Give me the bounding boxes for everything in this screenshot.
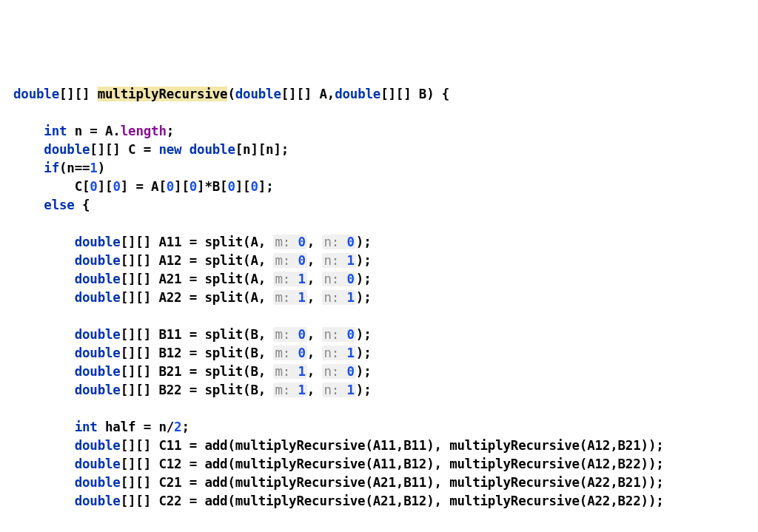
b11-decl: B11 = split(B, (151, 327, 273, 342)
keyword-double: double (75, 364, 121, 379)
param-hint-m: m: (275, 364, 290, 379)
number-0: 0 (113, 179, 120, 194)
keyword-double: double (75, 457, 121, 471)
number-0: 0 (298, 253, 305, 268)
close: ); (356, 253, 372, 268)
param-hint-n: n: (323, 290, 339, 305)
c00-b2: ][ (174, 179, 190, 194)
c12-decl: C12 = add(multiplyRecursive(A11,B12), mu… (151, 457, 664, 471)
keyword-double: double (75, 346, 121, 360)
c00-b3: ][ (235, 179, 251, 194)
param-hint-m: m: (275, 272, 290, 286)
a11-decl: A11 = split(A, (151, 235, 273, 249)
param-hint-n: n: (323, 364, 339, 379)
param-a: [][] A, (281, 87, 335, 101)
number-0: 0 (298, 346, 305, 360)
brackets: [][] (121, 383, 151, 397)
c22-decl: C22 = add(multiplyRecursive(A21,B12), mu… (151, 494, 664, 508)
param-hint-m: m: (275, 327, 290, 342)
half-decl-a: half = n/ (98, 420, 174, 434)
brackets: [][] (121, 235, 151, 249)
number-0: 0 (167, 179, 174, 194)
semi: ; (167, 124, 174, 138)
a22-decl: A22 = split(A, (151, 290, 273, 305)
param-hint-m: m: (275, 383, 290, 397)
close: ); (356, 364, 372, 379)
c00-a: C[ (75, 179, 90, 194)
param-hint-n: n: (323, 272, 339, 286)
half-decl-b: ; (181, 420, 189, 434)
keyword-double: double (13, 87, 59, 101)
brackets: [][] (121, 272, 151, 286)
number-1: 1 (90, 161, 97, 175)
brackets: [][] (121, 475, 151, 490)
number-0: 0 (346, 327, 354, 342)
brackets: [][] (121, 327, 151, 342)
keyword-double: double (75, 438, 121, 453)
keyword-double: double (44, 142, 90, 157)
brackets: [][] (121, 290, 151, 305)
keyword-double: double (75, 235, 121, 249)
keyword-double: double (235, 87, 281, 101)
number-0: 0 (298, 327, 305, 342)
close: ); (356, 290, 372, 305)
number-0: 0 (227, 179, 235, 194)
keyword-double: double (75, 475, 121, 490)
number-0: 0 (346, 235, 354, 249)
param-hint-m: m: (275, 235, 290, 249)
keyword-else: else (44, 198, 74, 212)
number-0: 0 (90, 179, 97, 194)
number-0: 0 (346, 364, 354, 379)
param-hint-n: n: (323, 235, 339, 249)
b12-decl: B12 = split(B, (151, 346, 273, 360)
number-1: 1 (298, 364, 305, 379)
keyword-int: int (44, 124, 67, 138)
if-cond-a: (n== (59, 161, 90, 175)
param-hint-n: n: (323, 346, 339, 360)
number-1: 1 (346, 346, 354, 360)
close: ); (356, 327, 372, 342)
keyword-double: double (75, 383, 121, 397)
a12-decl: A12 = split(A, (151, 253, 273, 268)
property-length: length (121, 124, 167, 138)
keyword-double: double (335, 87, 380, 101)
close: ); (356, 235, 372, 249)
number-0: 0 (298, 235, 305, 249)
keyword-double: double (75, 272, 121, 286)
brackets: [][] (121, 253, 151, 268)
b22-decl: B22 = split(B, (151, 383, 273, 397)
param-hint-m: m: (275, 253, 290, 268)
param-hint-m: m: (275, 290, 290, 305)
b21-decl: B21 = split(B, (151, 364, 273, 379)
close: ); (356, 346, 372, 360)
param-hint-n: n: (323, 253, 339, 268)
decl-c-a: [][] C = (90, 142, 158, 157)
if-cond-b: ) (98, 161, 105, 175)
number-2: 2 (174, 420, 181, 434)
c00-c: ] = A[ (121, 179, 167, 194)
number-1: 1 (298, 272, 305, 286)
keyword-double: double (75, 494, 121, 508)
c00-b: ][ (98, 179, 113, 194)
brackets: [][] (121, 346, 151, 360)
paren: ( (227, 87, 235, 101)
keyword-double: double (75, 290, 121, 305)
number-1: 1 (346, 253, 354, 268)
c21-decl: C21 = add(multiplyRecursive(A21,B11), mu… (151, 475, 664, 490)
else-brace: { (75, 198, 90, 212)
keyword-double: double (75, 253, 121, 268)
param-hint-m: m: (275, 346, 290, 360)
number-0: 0 (346, 272, 354, 286)
param-hint-n: n: (323, 383, 339, 397)
param-b: [][] B) { (380, 87, 449, 101)
brackets: [][] (121, 364, 151, 379)
c00-e: ]; (258, 179, 274, 194)
decl-n: n = A. (67, 124, 120, 138)
keyword-double: double (75, 327, 121, 342)
decl-c-b: [n][n]; (235, 142, 289, 157)
number-1: 1 (298, 290, 305, 305)
close: ); (356, 272, 372, 286)
number-0: 0 (190, 179, 197, 194)
number-0: 0 (250, 179, 258, 194)
method-name: multiplyRecursive (98, 87, 228, 101)
